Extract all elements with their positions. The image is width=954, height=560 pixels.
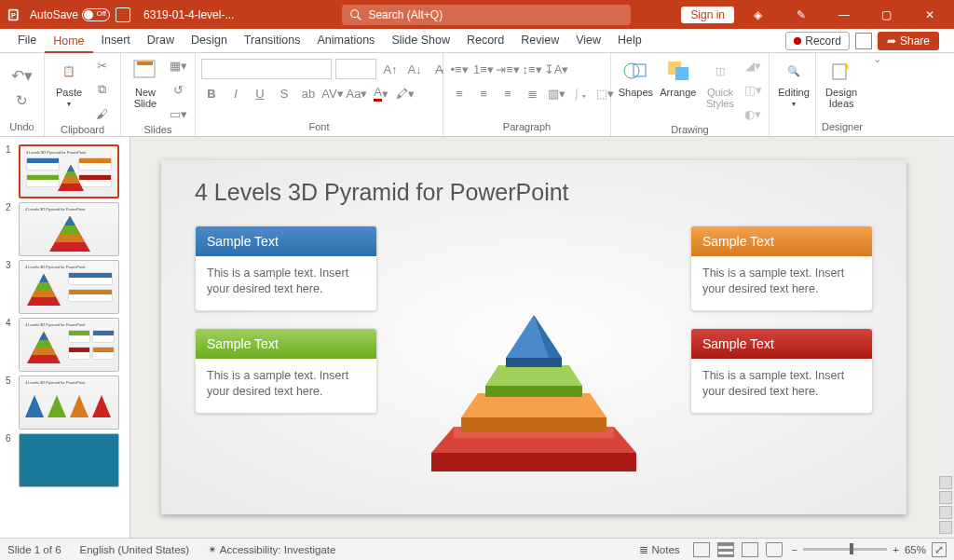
fit-button[interactable]: ⤢ (932, 542, 947, 557)
shape-outline-button[interactable]: ◫▾ (743, 79, 763, 100)
section-button[interactable]: ▭▾ (168, 103, 188, 124)
align-left-button[interactable]: ≡ (449, 83, 470, 103)
signin-button[interactable]: Sign in (681, 7, 734, 23)
highlight-button[interactable]: 🖍▾ (395, 83, 416, 103)
thumbnail-5[interactable]: 5 4 Levels 3D Pyramid for PowerPoint (0, 374, 129, 431)
increase-font-button[interactable]: A↑ (380, 59, 401, 79)
tab-design[interactable]: Design (183, 29, 236, 52)
minimize-button[interactable]: ― (825, 0, 863, 29)
align-text-button[interactable]: ⎰▾ (570, 83, 591, 103)
zoom-slider[interactable] (803, 548, 887, 551)
callout-header[interactable]: Sample Text (196, 226, 376, 256)
slide[interactable]: 4 Levels 3D Pyramid for PowerPoint Sampl… (161, 160, 906, 514)
tab-record[interactable]: Record (458, 29, 512, 52)
thumbnail-3[interactable]: 3 4 Levels 3D Pyramid for PowerPoint (0, 258, 129, 316)
slide-canvas[interactable]: 4 Levels 3D Pyramid for PowerPoint Sampl… (130, 137, 937, 538)
list-level-button[interactable]: ⇥≡▾ (497, 59, 518, 79)
decrease-font-button[interactable]: A↓ (404, 59, 425, 79)
callout-header[interactable]: Sample Text (691, 226, 872, 256)
change-case-button[interactable]: Aa▾ (347, 83, 367, 103)
italic-button[interactable]: I (225, 83, 246, 103)
bullets-button[interactable]: •≡▾ (449, 59, 470, 79)
redo-button[interactable]: ↻ (12, 90, 33, 111)
callout-header[interactable]: Sample Text (691, 329, 872, 359)
sorter-view-button[interactable] (717, 542, 734, 557)
thumbnail-6[interactable]: 6 (0, 431, 129, 489)
autosave-toggle[interactable]: AutoSave Off (30, 8, 110, 21)
font-color-button[interactable]: A▾ (371, 83, 391, 103)
quick-styles-button[interactable]: ◫Quick Styles (702, 55, 739, 111)
char-spacing-button[interactable]: AV▾ (322, 83, 343, 103)
share-button[interactable]: ➦Share (878, 32, 939, 50)
slide-title[interactable]: 4 Levels 3D Pyramid for PowerPoint (195, 179, 569, 206)
callout-header[interactable]: Sample Text (196, 329, 376, 359)
shape-fill-button[interactable]: ◢▾ (743, 55, 763, 75)
slideshow-view-button[interactable] (766, 542, 783, 557)
editing-button[interactable]: 🔍Editing▾ (775, 55, 812, 110)
format-painter-button[interactable]: 🖌 (91, 103, 112, 124)
normal-view-button[interactable] (693, 542, 710, 557)
callout-green[interactable]: Sample Text This is a sample text. Inser… (195, 328, 377, 414)
shadow-button[interactable]: ab (298, 83, 319, 103)
tab-review[interactable]: Review (512, 29, 567, 52)
tab-view[interactable]: View (567, 29, 609, 52)
undo-button[interactable]: ↶▾ (12, 66, 33, 87)
columns-button[interactable]: ▥▾ (546, 83, 566, 103)
callout-body[interactable]: This is a sample text. Insert your desir… (196, 359, 376, 413)
document-title[interactable]: 6319-01-4-level-... (136, 8, 241, 21)
cut-button[interactable]: ✂ (91, 55, 112, 75)
thumbnail-4[interactable]: 4 4 Levels 3D Pyramid for PowerPoint (0, 316, 129, 374)
callout-body[interactable]: This is a sample text. Insert your desir… (691, 256, 872, 310)
justify-button[interactable]: ≣ (522, 83, 542, 103)
layout-button[interactable]: ▦▾ (168, 55, 188, 75)
callout-red[interactable]: Sample Text This is a sample text. Inser… (690, 328, 873, 414)
arrange-button[interactable]: Arrange (659, 55, 698, 100)
coming-soon-icon[interactable]: ✎ (783, 0, 820, 29)
align-right-button[interactable]: ≡ (497, 83, 518, 103)
zoom-in-button[interactable]: + (893, 544, 899, 555)
scroll-down-button[interactable] (939, 491, 952, 504)
scroll-next-button[interactable] (939, 521, 952, 534)
save-icon[interactable] (116, 7, 130, 22)
font-size-select[interactable] (335, 59, 376, 79)
tab-animations[interactable]: Animations (309, 29, 384, 52)
scroll-up-button[interactable] (939, 476, 952, 489)
reading-view-button[interactable] (742, 542, 758, 557)
tab-slideshow[interactable]: Slide Show (383, 29, 458, 52)
underline-button[interactable]: U (250, 83, 270, 103)
slide-count[interactable]: Slide 1 of 6 (7, 544, 61, 555)
tab-home[interactable]: Home (45, 30, 92, 53)
scroll-prev-button[interactable] (939, 506, 952, 519)
tab-insert[interactable]: Insert (93, 29, 139, 52)
shapes-button[interactable]: Shapes (617, 55, 655, 100)
tab-help[interactable]: Help (609, 29, 650, 52)
paste-button[interactable]: 📋Paste▾ (50, 55, 88, 110)
callout-body[interactable]: This is a sample text. Insert your desir… (196, 256, 376, 310)
reset-button[interactable]: ↺ (168, 79, 188, 100)
notes-button[interactable]: ≣ Notes (639, 543, 679, 556)
maximize-button[interactable]: ▢ (868, 0, 906, 29)
language-status[interactable]: English (United States) (80, 544, 190, 555)
present-icon[interactable] (855, 33, 872, 49)
shape-effects-button[interactable]: ◐▾ (743, 103, 763, 124)
thumbnail-2[interactable]: 2 4 Levels 3D Pyramid for PowerPoint (0, 200, 129, 258)
thumbnail-1[interactable]: 1 4 Levels 3D Pyramid for PowerPoint (0, 143, 129, 200)
line-spacing-button[interactable]: ↕≡▾ (522, 59, 542, 79)
tab-transitions[interactable]: Transitions (236, 29, 309, 52)
tab-file[interactable]: File (9, 29, 45, 52)
callout-body[interactable]: This is a sample text. Insert your desir… (691, 359, 872, 413)
strike-button[interactable]: S (274, 83, 294, 103)
pyramid-graphic[interactable] (413, 278, 655, 492)
zoom-percent[interactable]: 65% (905, 544, 926, 555)
copy-button[interactable]: ⧉ (91, 79, 112, 100)
accessibility-status[interactable]: ✴ Accessibility: Investigate (208, 543, 335, 556)
font-family-select[interactable] (201, 59, 332, 79)
search-input[interactable]: Search (Alt+Q) (342, 5, 631, 25)
new-slide-button[interactable]: New Slide (127, 55, 164, 111)
bold-button[interactable]: B (201, 83, 222, 103)
align-center-button[interactable]: ≡ (473, 83, 494, 103)
numbering-button[interactable]: 1≡▾ (473, 59, 494, 79)
collapse-ribbon-button[interactable]: ⌄ (868, 53, 885, 136)
design-ideas-button[interactable]: Design Ideas (822, 55, 861, 111)
callout-orange[interactable]: Sample Text This is a sample text. Inser… (690, 225, 873, 311)
